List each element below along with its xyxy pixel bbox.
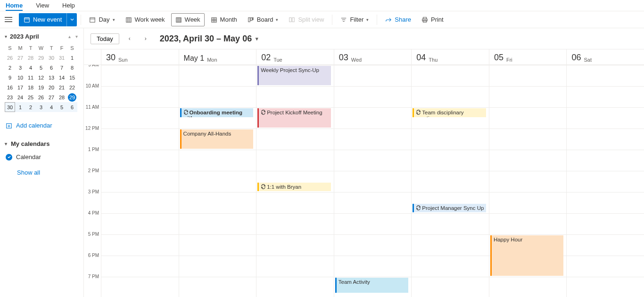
mini-cal-day[interactable]: 26 [5,53,15,63]
mini-cal-day[interactable]: 4 [46,102,57,112]
mini-cal-day[interactable]: 8 [67,63,77,72]
calendar-area: Today ‹ › 2023, April 30 – May 06 ▾ 30Su… [84,28,644,297]
tab-home[interactable]: Home [6,2,23,11]
prev-week-button[interactable]: ‹ [124,33,135,44]
view-board-button[interactable]: Board ▾ [243,13,283,26]
day-column[interactable]: Team disciplinary meetingProject Manager… [411,65,489,297]
event[interactable]: Weekly Project Sync-Up [257,66,331,85]
filter-button[interactable]: Filter ▾ [336,13,373,26]
tab-help[interactable]: Help [62,2,75,11]
mini-cal-next[interactable]: ▾ [74,33,79,40]
new-event-dropdown[interactable] [66,13,77,26]
day-column[interactable]: Weekly Project Sync-UpProject Kickoff Me… [256,65,334,297]
share-button[interactable]: Share [381,13,415,26]
day-column[interactable] [566,65,644,297]
svg-rect-18 [248,17,250,22]
mini-cal-day[interactable]: 30 [5,102,15,112]
mini-cal-day[interactable]: 15 [67,72,77,82]
mini-cal-day[interactable]: 13 [46,72,57,82]
view-workweek-button[interactable]: Work week [121,13,169,26]
day-column[interactable] [101,65,179,297]
mini-cal-day[interactable]: 29 [36,53,46,63]
event[interactable]: Team Activity [335,278,409,293]
view-month-button[interactable]: Month [206,13,241,26]
mini-cal-day[interactable]: 27 [46,92,57,102]
mini-cal-day[interactable]: 31 [57,53,67,63]
calendar-checked-icon[interactable] [6,154,12,161]
mini-cal-day[interactable]: 22 [67,82,77,92]
mini-cal-day[interactable]: 17 [15,82,25,92]
mini-cal-day[interactable]: 30 [46,53,57,63]
day-column[interactable]: Onboarding meeting with neCompany All-Ha… [179,65,256,297]
day-header[interactable]: May 1Mon [179,49,256,64]
mini-cal-day[interactable]: 2 [25,102,36,112]
chevron-down-icon[interactable]: ▾ [256,36,258,42]
event[interactable]: Onboarding meeting with ne [180,108,254,117]
mini-cal-day[interactable]: 6 [67,102,77,112]
event[interactable]: Happy Hour [490,235,564,276]
mini-cal-day[interactable]: 21 [57,82,67,92]
event[interactable]: Project Kickoff Meeting [257,108,331,128]
mini-cal-day[interactable]: 10 [15,72,25,82]
new-event-button[interactable]: New event [19,13,66,26]
add-calendar-icon [6,122,12,129]
chevron-down-icon[interactable]: ▾ [5,34,7,39]
day-header[interactable]: 30Sun [101,49,179,64]
mini-cal-day[interactable]: 3 [36,102,46,112]
mini-cal-day[interactable]: 6 [46,63,57,72]
day-header[interactable]: 05Fri [489,49,567,64]
mini-cal-day[interactable]: 7 [57,63,67,72]
mini-cal-day[interactable]: 28 [57,92,67,102]
add-calendar-button[interactable]: Add calendar [5,120,79,130]
mini-cal-day[interactable]: 5 [36,63,46,72]
view-week-button[interactable]: Week [171,13,205,26]
event[interactable]: Company All-Hands [180,129,254,149]
mini-cal-prev[interactable]: ▴ [67,33,72,40]
day-column[interactable]: Team Activity [334,65,412,297]
mini-cal-dow: T [46,43,57,53]
mini-cal-day[interactable]: 1 [15,102,25,112]
mini-cal-day[interactable]: 4 [25,63,36,72]
next-week-button[interactable]: › [140,33,151,44]
view-day-button[interactable]: Day ▾ [85,13,119,26]
mini-cal-day[interactable]: 3 [15,63,25,72]
mini-cal-day[interactable]: 28 [25,53,36,63]
svg-rect-20 [252,17,253,19]
my-calendars-header[interactable]: ▾ My calendars [5,139,79,149]
print-button[interactable]: Print [417,13,448,26]
mini-cal-day[interactable]: 12 [36,72,46,82]
mini-cal-day[interactable]: 1 [67,53,77,63]
day-column[interactable]: Happy Hour [489,65,567,297]
day-header[interactable]: 04Thu [411,49,489,64]
day-header[interactable]: 02Tue [256,49,334,64]
mini-cal-day[interactable]: 27 [15,53,25,63]
mini-cal-day[interactable]: 29 [68,93,76,102]
nav-toggle-icon[interactable] [5,15,15,25]
mini-cal-day[interactable]: 20 [46,82,57,92]
event[interactable]: 1:1 with Bryan [257,183,331,192]
day-header[interactable]: 06Sat [566,49,644,64]
date-range: 2023, April 30 – May 06 [160,34,252,44]
mini-cal-day[interactable]: 2 [5,63,15,72]
mini-cal-day[interactable]: 23 [5,92,15,102]
calendar-item[interactable]: Calendar [5,153,79,161]
mini-cal-day[interactable]: 26 [36,92,46,102]
mini-cal-day[interactable]: 9 [5,72,15,82]
day-number: 04 [416,53,426,63]
mini-cal-day[interactable]: 18 [25,82,36,92]
my-calendars-label: My calendars [11,140,50,147]
show-all-button[interactable]: Show all [5,169,79,176]
mini-cal-day[interactable]: 5 [57,102,67,112]
event[interactable]: Team disciplinary meeting [413,108,486,117]
day-header[interactable]: 03Wed [334,49,412,64]
mini-cal-day[interactable]: 16 [5,82,15,92]
today-button[interactable]: Today [91,33,119,44]
mini-cal-day[interactable]: 14 [57,72,67,82]
mini-cal-day[interactable]: 19 [36,82,46,92]
tab-view[interactable]: View [36,2,49,11]
event[interactable]: Project Manager Sync Up [413,204,486,213]
mini-cal-day[interactable]: 25 [25,92,36,102]
mini-cal-day[interactable]: 24 [15,92,25,102]
mini-cal-day[interactable]: 11 [25,72,36,82]
event-title: Project Kickoff Meeting [267,110,322,115]
